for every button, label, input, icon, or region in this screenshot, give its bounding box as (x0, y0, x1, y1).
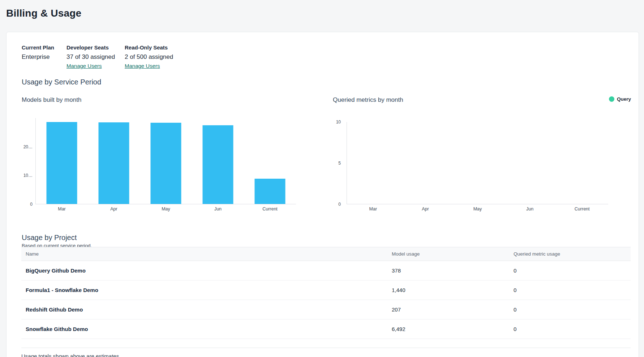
queried-metric-usage-cell: 0 (509, 280, 631, 300)
model-usage-cell: 378 (387, 261, 509, 280)
query-legend: Query (609, 96, 631, 102)
x-tick-label: Jun (214, 206, 222, 212)
table-row: BigQuery Github Demo 378 0 (21, 261, 631, 280)
plan-summary: Current Plan Enterprise Developer Seats … (22, 44, 173, 69)
column-header-queried-metric-usage: Queried metric usage (509, 247, 631, 261)
x-tick-label: May (162, 206, 170, 212)
legend-label: Query (617, 96, 631, 102)
y-tick-label: 5 (338, 161, 341, 166)
project-heading: Usage by Project (22, 234, 77, 242)
x-tick-label: Mar (58, 206, 66, 212)
bar-current (255, 179, 285, 204)
x-tick-label: Jun (526, 206, 533, 212)
usage-estimates-note: Usage totals shown above are estimates (21, 353, 119, 357)
readonly-seats-block: Read-Only Seats 2 of 500 assigned Manage… (125, 44, 173, 69)
developer-seats-label: Developer Seats (66, 44, 109, 51)
queried-chart-y-axis: 0510 (330, 122, 344, 204)
table-row: Formula1 - Snowflake Demo 1,440 0 (21, 280, 631, 300)
bar-jun (203, 125, 233, 204)
model-usage-cell: 1,440 (387, 280, 509, 300)
x-tick-label: Current (575, 206, 590, 212)
queried-metric-usage-cell: 0 (509, 300, 631, 319)
usage-by-project-table: Name Model usage Queried metric usage Bi… (21, 247, 631, 348)
page-title: Billing & Usage (6, 8, 81, 19)
queried-metric-usage-cell: 0 (509, 261, 631, 280)
x-tick-label: Apr (422, 206, 429, 212)
table-row: Redshift Github Demo 207 0 (21, 300, 631, 319)
legend-dot-icon (609, 96, 614, 102)
x-tick-label: Apr (110, 206, 117, 212)
project-name-cell: BigQuery Github Demo (21, 261, 387, 280)
project-name-cell: Redshift Github Demo (21, 300, 387, 319)
readonly-seats-value: 2 of 500 assigned (125, 53, 173, 61)
current-plan-label: Current Plan (22, 44, 54, 51)
model-usage-cell: 207 (387, 300, 509, 319)
manage-users-developer-link[interactable]: Manage Users (66, 62, 102, 69)
table-header-row: Name Model usage Queried metric usage (21, 247, 631, 261)
x-tick-label: Current (262, 206, 278, 212)
bar-apr (99, 122, 129, 204)
developer-seats-block: Developer Seats 37 of 30 assigned Manage… (66, 44, 125, 69)
current-plan-block: Current Plan Enterprise (22, 44, 66, 69)
column-header-model-usage: Model usage (387, 247, 509, 261)
table-footer-row (21, 339, 631, 348)
table-row: Snowflake Github Demo 6,492 0 (21, 319, 631, 339)
y-tick-label: 20… (23, 144, 33, 149)
models-chart-y-axis: 010…20… (22, 118, 35, 204)
y-tick-label: 10… (23, 173, 33, 178)
y-tick-label: 0 (30, 202, 33, 207)
queried-chart-plot: MarAprMayJunCurrent (347, 122, 608, 204)
queried-metric-usage-cell: 0 (509, 319, 631, 339)
developer-seats-value: 37 of 30 assigned (66, 53, 115, 61)
current-plan-value: Enterprise (22, 53, 50, 61)
x-tick-label: May (473, 206, 482, 212)
project-name-cell: Snowflake Github Demo (21, 319, 387, 339)
model-usage-cell: 6,492 (387, 319, 509, 339)
table-body: BigQuery Github Demo 378 0 Formula1 - Sn… (21, 261, 631, 339)
billing-card: Current Plan Enterprise Developer Seats … (6, 32, 639, 357)
column-header-name: Name (21, 247, 387, 261)
models-chart-title: Models built by month (22, 96, 81, 104)
readonly-seats-label: Read-Only Seats (125, 44, 168, 51)
project-name-cell: Formula1 - Snowflake Demo (21, 280, 387, 300)
queried-chart-title: Queried metrics by month (333, 96, 403, 104)
models-chart-plot: MarAprMayJunCurrent (35, 118, 296, 204)
service-period-heading: Usage by Service Period (22, 78, 101, 86)
x-tick-label: Mar (369, 206, 377, 212)
bar-may (151, 123, 181, 204)
bar-mar (47, 122, 77, 204)
y-tick-label: 0 (338, 202, 341, 207)
manage-users-readonly-link[interactable]: Manage Users (125, 62, 160, 69)
y-tick-label: 10 (336, 119, 341, 125)
